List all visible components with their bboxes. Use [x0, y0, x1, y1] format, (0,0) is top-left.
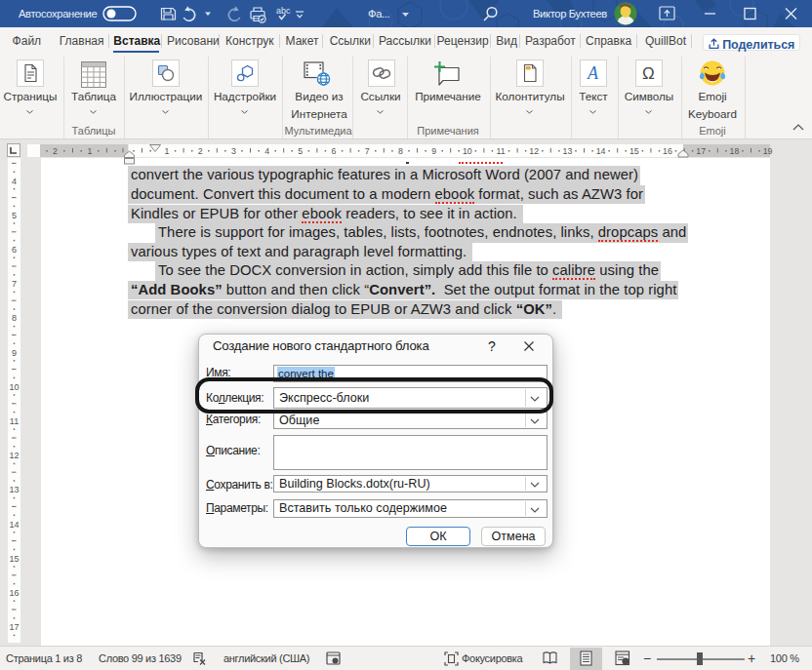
- svg-text:A: A: [587, 63, 599, 83]
- svg-text:6: 6: [12, 245, 17, 255]
- svg-text:8: 8: [12, 313, 17, 323]
- svg-text:6: 6: [332, 146, 337, 156]
- svg-text:17: 17: [9, 622, 19, 632]
- svg-text:16: 16: [9, 588, 19, 598]
- svg-text:4: 4: [264, 146, 269, 156]
- svg-text:12: 12: [9, 451, 19, 460]
- svg-text:5: 5: [12, 211, 17, 220]
- svg-text:7: 7: [12, 279, 17, 289]
- svg-text:12: 12: [529, 146, 539, 156]
- svg-text:7: 7: [365, 146, 370, 156]
- svg-text:9: 9: [431, 146, 436, 156]
- svg-text:15: 15: [629, 146, 639, 156]
- svg-text:17: 17: [696, 146, 706, 156]
- svg-text:19: 19: [763, 146, 773, 156]
- svg-text:Ω: Ω: [642, 64, 655, 83]
- svg-text:1: 1: [88, 146, 93, 156]
- svg-text:14: 14: [596, 146, 606, 156]
- svg-text:15: 15: [9, 554, 19, 564]
- svg-text:16: 16: [663, 146, 672, 156]
- svg-text:11: 11: [496, 146, 505, 156]
- svg-text:13: 13: [563, 146, 573, 156]
- svg-text:18: 18: [730, 146, 740, 156]
- svg-text:11: 11: [10, 416, 19, 426]
- svg-text:10: 10: [463, 146, 472, 156]
- svg-text:3: 3: [231, 146, 236, 156]
- svg-text:9: 9: [12, 348, 17, 358]
- svg-text:10: 10: [9, 382, 19, 392]
- svg-text:13: 13: [9, 485, 19, 494]
- svg-text:abc: abc: [276, 6, 291, 16]
- svg-text:5: 5: [298, 146, 303, 156]
- svg-text:2: 2: [53, 146, 58, 156]
- svg-text:14: 14: [9, 520, 19, 530]
- svg-text:2: 2: [198, 146, 203, 156]
- svg-text:4: 4: [12, 177, 17, 186]
- svg-text:8: 8: [398, 146, 403, 156]
- svg-text:1: 1: [165, 146, 170, 156]
